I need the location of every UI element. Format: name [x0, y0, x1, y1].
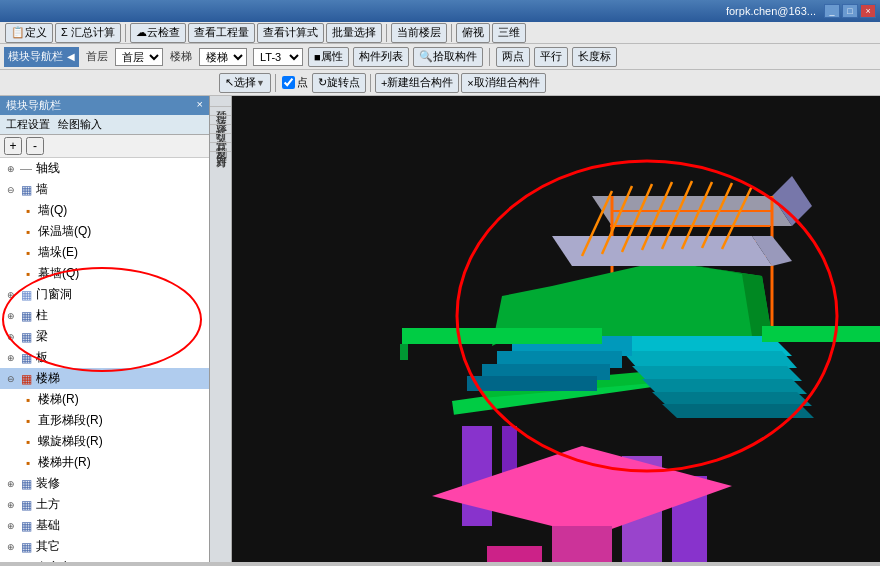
tree-item-other[interactable]: ⊕ ▦ 其它: [0, 536, 209, 557]
3d-viewport: [232, 96, 880, 562]
rotate-point-button[interactable]: ↻ 旋转点: [312, 73, 366, 93]
expand-found-icon[interactable]: ⊕: [4, 521, 18, 531]
expand-door-icon[interactable]: ⊕: [4, 290, 18, 300]
tree-item-stair-well[interactable]: ▪ 楼梯井(R): [0, 452, 209, 473]
toolbar-row-1: 📋定义 Σ 汇总计算 ☁云检查 查看工程量 查看计算式 批量选择 当前楼层 俯视…: [0, 22, 880, 44]
expand-decoration-icon[interactable]: ⊕: [4, 479, 18, 489]
expand-wall-icon[interactable]: ⊖: [4, 185, 18, 195]
point-checkbox[interactable]: [282, 76, 295, 89]
tree-item-wall[interactable]: ⊖ ▦ 墙: [0, 179, 209, 200]
draw-input-link[interactable]: 绘图输入: [58, 117, 102, 132]
merge-button[interactable]: 合并: [210, 125, 231, 134]
stair-r-icon: ▪: [20, 393, 36, 407]
tree-item-wall-post[interactable]: ▪ 墙垛(E): [0, 242, 209, 263]
expand-earth-icon[interactable]: ⊕: [4, 500, 18, 510]
floor-select[interactable]: 首层: [115, 48, 163, 66]
tree-item-earthwork[interactable]: ⊕ ▦ 土方: [0, 494, 209, 515]
sum-calc-button[interactable]: Σ 汇总计算: [55, 23, 121, 43]
tree-item-curtain-wall[interactable]: ▪ 幕墙(Q): [0, 263, 209, 284]
curtain-icon: ▪: [20, 267, 36, 281]
property-button[interactable]: ■ 属性: [308, 47, 349, 67]
pick-component-button[interactable]: 🔍 拾取构件: [413, 47, 483, 67]
stair-step-5: [652, 392, 812, 406]
close-button[interactable]: ×: [860, 4, 876, 18]
parallel-button[interactable]: 平行: [534, 47, 568, 67]
length-mark-button[interactable]: 长度标: [572, 47, 617, 67]
draw-mode-button[interactable]: 延伸: [210, 98, 231, 107]
define-button[interactable]: 📋定义: [5, 23, 53, 43]
tree-item-inswall[interactable]: ▪ 保温墙(Q): [0, 221, 209, 242]
break-button[interactable]: 打断: [210, 116, 231, 125]
component-label: 楼梯: [167, 49, 195, 64]
rotate-icon: ↻: [318, 76, 327, 89]
ungroup-icon: ×: [467, 77, 473, 89]
sidebar-title: 模块导航栏: [6, 98, 61, 113]
axisline-icon: —: [18, 162, 34, 176]
expand-all-button[interactable]: +: [4, 137, 22, 155]
component-select[interactable]: 楼梯: [199, 48, 247, 66]
view-calc-button[interactable]: 查看计算式: [257, 23, 324, 43]
inswall-label: 保温墙(Q): [38, 223, 91, 240]
tree-item-axisline[interactable]: ⊕ — 轴线: [0, 158, 209, 179]
wall-q-icon: ▪: [20, 204, 36, 218]
property-icon: ■: [314, 51, 321, 63]
stair-step-3: [632, 366, 802, 381]
two-point-button[interactable]: 两点: [496, 47, 530, 67]
current-floor-button[interactable]: 当前楼层: [391, 23, 447, 43]
tree-item-custom[interactable]: ⊕ ▦ 自定义: [0, 557, 209, 562]
tree-item-foundation[interactable]: ⊕ ▦ 基础: [0, 515, 209, 536]
sidebar-close[interactable]: ×: [197, 98, 203, 113]
minimize-button[interactable]: _: [824, 4, 840, 18]
cloud-check-button[interactable]: ☁云检查: [130, 23, 186, 43]
sep2: [386, 24, 387, 42]
tree-item-decoration[interactable]: ⊕ ▦ 装修: [0, 473, 209, 494]
eng-settings-link[interactable]: 工程设置: [6, 117, 50, 132]
component-list-button[interactable]: 构件列表: [353, 47, 409, 67]
tree-item-straight-stair[interactable]: ▪ 直形梯段(R): [0, 410, 209, 431]
sidebar-tree: ⊕ — 轴线 ⊖ ▦ 墙 ▪ 墙(Q) ▪ 保温墙(Q) ▪ 墙垛(E): [0, 158, 209, 562]
decoration-label: 装修: [36, 475, 60, 492]
nav-collapse-icon[interactable]: ◀: [67, 51, 75, 62]
spiral-stair-label: 螺旋梯段(R): [38, 433, 103, 450]
expand-column-icon[interactable]: ⊕: [4, 311, 18, 321]
wallpost-icon: ▪: [20, 246, 36, 260]
bottom-block-2: [552, 526, 612, 562]
layer-select[interactable]: LT-3: [253, 48, 303, 66]
green-bar-left: [402, 328, 602, 344]
point-checkbox-label[interactable]: 点: [282, 75, 308, 90]
collapse-all-button[interactable]: -: [26, 137, 44, 155]
tree-item-beam[interactable]: ⊕ ▦ 梁: [0, 326, 209, 347]
custom-label: 自定义: [36, 559, 72, 562]
self-align-button[interactable]: 自对齐: [210, 143, 231, 152]
tree-item-wall-q[interactable]: ▪ 墙(Q): [0, 200, 209, 221]
top-view-button[interactable]: 俯视: [456, 23, 490, 43]
tree-item-door-window[interactable]: ⊕ ▦ 门窗洞: [0, 284, 209, 305]
tree-item-column[interactable]: ⊕ ▦ 柱: [0, 305, 209, 326]
slab-icon: ▦: [18, 351, 34, 365]
expand-stair-icon[interactable]: ⊖: [4, 374, 18, 384]
define-icon: 📋: [11, 26, 25, 39]
select-icon: ↖: [225, 76, 234, 89]
expand-axisline-icon[interactable]: ⊕: [4, 164, 18, 174]
tree-item-stair[interactable]: ⊖ ▦ 楼梯: [0, 368, 209, 389]
new-group-button[interactable]: + 新建组合构件: [375, 73, 459, 93]
select-dropdown-icon[interactable]: ▼: [256, 78, 265, 88]
cancel-group-button[interactable]: × 取消组合构件: [461, 73, 545, 93]
3d-view-button[interactable]: 三维: [492, 23, 526, 43]
toolbar-row-2: 模块导航栏 ◀ 首层 首层 楼梯 楼梯 LT-3 ■ 属性 构件列表 🔍 拾取构…: [0, 44, 880, 70]
door-window-label: 门窗洞: [36, 286, 72, 303]
expand-slab-icon[interactable]: ⊕: [4, 353, 18, 363]
batch-select-button[interactable]: 批量选择: [326, 23, 382, 43]
tree-item-stair-r[interactable]: ▪ 楼梯(R): [0, 389, 209, 410]
stair-r-label: 楼梯(R): [38, 391, 79, 408]
select-button[interactable]: ↖ 选择 ▼: [219, 73, 271, 93]
tree-item-spiral-stair[interactable]: ▪ 螺旋梯段(R): [0, 431, 209, 452]
anti-divide-button[interactable]: 反分割: [210, 134, 231, 143]
tree-item-slab[interactable]: ⊕ ▦ 板: [0, 347, 209, 368]
wall-q-label: 墙(Q): [38, 202, 67, 219]
modify-button[interactable]: 修改: [210, 107, 231, 116]
maximize-button[interactable]: □: [842, 4, 858, 18]
view-quantity-button[interactable]: 查看工程量: [188, 23, 255, 43]
expand-other-icon[interactable]: ⊕: [4, 542, 18, 552]
expand-beam-icon[interactable]: ⊕: [4, 332, 18, 342]
